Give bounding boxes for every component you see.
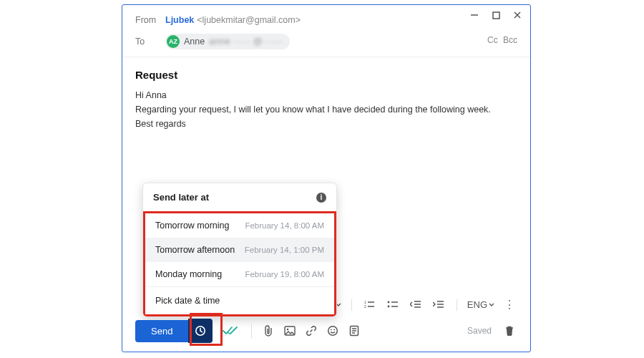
indent-icon[interactable] [431, 300, 447, 309]
svg-point-3 [388, 301, 390, 304]
to-row: To AZ Anne anne ······ @······· Cc Bcc [122, 29, 530, 57]
window-controls [469, 9, 523, 21]
from-email: <ljubekmitar@gmail.com> [197, 15, 301, 25]
option-label: Tomorrow morning [155, 221, 230, 231]
send-button[interactable]: Send [135, 320, 188, 342]
language-select[interactable]: ENG [467, 299, 494, 310]
option-time: February 19, 8:00 AM [245, 270, 324, 279]
clock-icon [195, 325, 206, 337]
schedule-option[interactable]: Monday morning February 19, 8:00 AM [145, 262, 334, 286]
body-line: Regarding your request, I will let you k… [135, 102, 517, 117]
cc-bcc[interactable]: Cc Bcc [487, 35, 517, 45]
option-label: Tomorrow afternoon [155, 245, 235, 255]
svg-point-7 [287, 329, 289, 331]
saved-status: Saved [467, 326, 492, 336]
popup-header: Send later at i [143, 183, 336, 211]
schedule-option[interactable]: Tomorrow afternoon February 14, 1:00 PM [145, 238, 334, 262]
popup-title: Send later at [153, 192, 209, 203]
svg-point-4 [388, 306, 390, 308]
template-icon[interactable] [346, 325, 362, 337]
message-body[interactable]: Hi Anna Regarding your request, I will l… [122, 84, 530, 135]
recipient-email-blurred: anne ······ @······· [209, 37, 283, 47]
recipient-chip[interactable]: AZ Anne anne ······ @······· [165, 34, 290, 49]
send-later-popup: Send later at i Tomorrow morning Februar… [142, 183, 337, 317]
bullet-list-icon[interactable] [385, 300, 401, 309]
option-label: Monday morning [155, 269, 222, 279]
cc-link[interactable]: Cc [487, 35, 498, 45]
to-label: To [135, 37, 165, 47]
emoji-icon[interactable] [325, 325, 341, 337]
svg-text:2: 2 [364, 304, 366, 309]
outdent-icon[interactable] [408, 300, 424, 309]
maximize-button[interactable] [490, 9, 502, 21]
send-group: Send [135, 319, 213, 343]
compose-window: From Ljubek <ljubekmitar@gmail.com> To A… [122, 4, 531, 352]
schedule-send-button[interactable] [188, 319, 213, 343]
schedule-option[interactable]: Tomorrow morning February 14, 8:00 AM [145, 213, 334, 238]
format-toolbar: 12 ENG ⋮ [324, 298, 517, 311]
body-line: Best regards [135, 117, 517, 131]
minimize-button[interactable] [469, 9, 480, 21]
numbered-list-icon[interactable]: 12 [362, 300, 378, 309]
option-time: February 14, 8:00 AM [245, 221, 324, 230]
recipient-name: Anne [184, 37, 205, 47]
attach-icon[interactable] [260, 325, 276, 337]
trash-icon[interactable] [502, 325, 517, 337]
close-button[interactable] [512, 9, 523, 21]
subject[interactable]: Request [122, 57, 530, 84]
bcc-link[interactable]: Bcc [503, 35, 517, 45]
info-icon[interactable]: i [316, 193, 326, 203]
separator [351, 299, 352, 311]
highlighted-options: Tomorrow morning February 14, 8:00 AM To… [143, 211, 336, 316]
option-time: February 14, 1:00 PM [245, 246, 324, 254]
read-receipt-icon[interactable] [218, 326, 243, 336]
separator [457, 299, 457, 311]
from-name: Ljubek [165, 15, 194, 25]
bottom-toolbar: Send S [122, 313, 530, 352]
svg-point-8 [328, 326, 338, 336]
body-line: Hi Anna [135, 88, 517, 102]
link-icon[interactable] [303, 325, 319, 337]
avatar: AZ [167, 35, 180, 48]
from-label: From [135, 15, 165, 25]
pick-date-time[interactable]: Pick date & time [145, 287, 334, 314]
image-icon[interactable] [282, 326, 298, 336]
more-format-icon[interactable]: ⋮ [502, 298, 517, 311]
svg-point-10 [334, 329, 336, 331]
svg-rect-0 [493, 12, 499, 19]
language-label: ENG [467, 299, 487, 310]
svg-point-9 [331, 329, 332, 331]
separator [251, 324, 252, 338]
